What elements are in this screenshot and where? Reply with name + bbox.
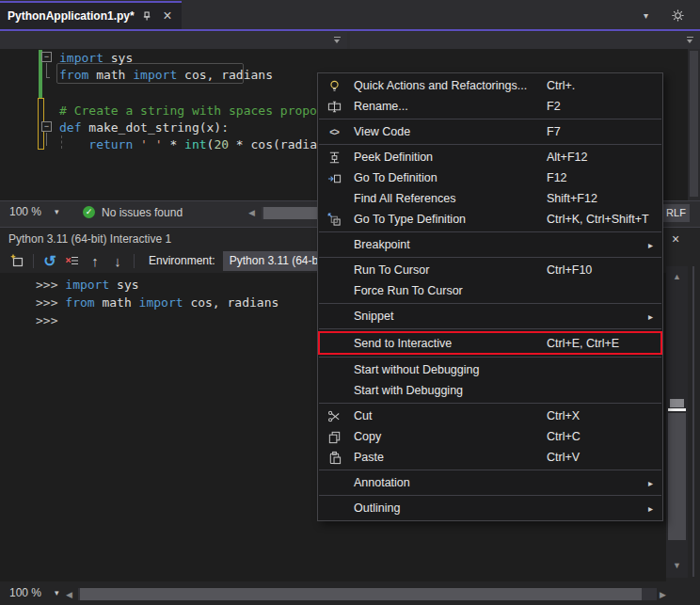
menu-item-find-all-references[interactable]: Find All References Shift+F12: [318, 188, 662, 209]
new-interactive-window-button[interactable]: [6, 251, 28, 270]
menu-item-view-code[interactable]: <> View Code F7: [318, 121, 662, 142]
menu-separator: [319, 357, 661, 358]
panel-title: Python 3.11 (64-bit) Interactive 1: [8, 232, 171, 246]
submenu-arrow-icon: ▸: [648, 240, 653, 250]
paste-icon: [325, 450, 343, 465]
toolbar-separator: [134, 254, 135, 268]
menu-separator: [319, 328, 661, 329]
context-menu: Quick Actions and Refactorings... Ctrl+.…: [317, 72, 663, 521]
scroll-left-icon[interactable]: ◀: [248, 207, 255, 219]
panel-close-icon[interactable]: ×: [667, 231, 684, 247]
menu-item-annotation[interactable]: Annotation ▸: [318, 472, 662, 493]
scrollbar-marker: [670, 399, 684, 407]
panel-hscroll-track[interactable]: [78, 588, 657, 600]
app-window: PythonApplication1.py* × ▾ − − import sy…: [0, 0, 700, 605]
submenu-arrow-icon: ▸: [648, 311, 653, 322]
code-line: return ' ' * int(20 * cos(radian: [59, 135, 325, 153]
scissors-icon: [325, 408, 343, 423]
lightbulb-icon: [325, 78, 343, 93]
scrollbar-thumb[interactable]: [80, 588, 642, 600]
panel-vertical-scrollbar[interactable]: ▲ ▼: [666, 266, 688, 578]
menu-item-force-run-to-cursor[interactable]: Force Run To Cursor: [318, 280, 662, 301]
editor-zoom-selector[interactable]: 100 % ▾: [9, 205, 59, 218]
scrollbar-thumb[interactable]: [668, 413, 686, 540]
menu-item-peek-definition[interactable]: Peek Definition Alt+F12: [318, 147, 662, 167]
tab-title: PythonApplication1.py*: [8, 9, 135, 23]
combo-arrow-icon: [687, 37, 693, 43]
view-code-icon: <>: [325, 124, 343, 139]
interactive-zoom-selector[interactable]: 100 % ▾: [9, 586, 59, 599]
scroll-up-icon[interactable]: ▲: [666, 272, 688, 281]
code-line: # Create a string with spaces propo: [59, 102, 317, 119]
zoom-level: 100 %: [9, 586, 41, 599]
menu-item-snippet[interactable]: Snippet ▸: [318, 306, 662, 326]
editor-vertical-scrollbar[interactable]: [688, 49, 700, 200]
fold-collapse-box[interactable]: −: [41, 52, 52, 62]
clear-screen-button[interactable]: [61, 251, 84, 270]
fold-guide-tick: [46, 77, 50, 78]
scrollbar-thumb[interactable]: [690, 51, 698, 197]
menu-item-rename[interactable]: Rename... F2: [318, 96, 662, 117]
interactive-status-bar: 100 % ▾ ◀ ▶: [0, 581, 700, 605]
line-ending-indicator[interactable]: RLF: [662, 204, 690, 222]
scrollbar-caret-marker: [668, 408, 686, 411]
code-line: import sys: [59, 49, 133, 67]
scroll-down-icon[interactable]: ▼: [666, 561, 688, 570]
dropdown-arrow-icon: ▾: [55, 207, 59, 216]
scroll-right-icon[interactable]: ▶: [660, 589, 666, 601]
document-list-chevron-icon[interactable]: ▾: [644, 10, 648, 21]
go-to-type-definition-icon: [325, 212, 343, 227]
menu-separator: [319, 231, 661, 232]
menu-item-cut[interactable]: Cut Ctrl+X: [318, 406, 662, 426]
menu-separator: [319, 470, 661, 470]
gear-icon[interactable]: [671, 8, 685, 23]
fold-guide-line: [46, 133, 47, 146]
fold-collapse-box[interactable]: −: [41, 121, 52, 132]
menu-item-outlining[interactable]: Outlining ▸: [318, 498, 662, 518]
code-line: from math import cos, radians: [59, 66, 273, 84]
issues-status[interactable]: No issues found: [102, 206, 183, 219]
copy-icon: [325, 429, 343, 444]
dropdown-arrow-icon: ▾: [55, 588, 59, 597]
history-next-button[interactable]: ↓: [106, 251, 129, 270]
tab-close-icon[interactable]: ×: [161, 8, 174, 24]
menu-item-start-with-debugging[interactable]: Start with Debugging: [318, 380, 662, 401]
zoom-level: 100 %: [9, 205, 41, 218]
menu-item-run-to-cursor[interactable]: Run To Cursor Ctrl+F10: [318, 260, 662, 280]
menu-item-go-to-definition[interactable]: Go To Definition F12: [318, 167, 662, 188]
menu-separator: [319, 303, 661, 304]
panel-edge-line: [692, 266, 694, 577]
menu-separator: [319, 403, 661, 404]
environment-label: Environment:: [149, 254, 215, 267]
menu-separator: [319, 495, 661, 496]
toolbar-separator: [33, 254, 34, 268]
menu-item-go-to-type-definition[interactable]: Go To Type Definition Ctrl+K, Ctrl+Shift…: [318, 209, 662, 230]
menu-separator: [319, 119, 661, 119]
menu-item-start-without-debugging[interactable]: Start without Debugging: [318, 359, 662, 380]
repl-line: >>>: [36, 311, 57, 329]
check-circle-icon[interactable]: ✓: [83, 206, 95, 218]
nav-dropdown-members[interactable]: [350, 32, 700, 49]
fold-guide-line: [46, 63, 47, 77]
rename-icon: [325, 99, 343, 114]
menu-item-breakpoint[interactable]: Breakpoint ▸: [318, 234, 662, 255]
menu-separator: [319, 257, 661, 258]
submenu-arrow-icon: ▸: [648, 478, 653, 488]
menu-item-quick-actions[interactable]: Quick Actions and Refactorings... Ctrl+.: [318, 75, 662, 96]
code-line: def make_dot_string(x):: [59, 119, 229, 136]
accent-divider: [0, 29, 700, 31]
menu-item-send-to-interactive[interactable]: Send to Interactive Ctrl+E, Ctrl+E: [318, 331, 662, 355]
document-tab[interactable]: PythonApplication1.py* ×: [0, 1, 182, 29]
menu-item-copy[interactable]: Copy Ctrl+C: [318, 426, 662, 447]
peek-definition-icon: [325, 150, 343, 165]
nav-dropdown-types[interactable]: [0, 32, 347, 49]
menu-item-paste[interactable]: Paste Ctrl+V: [318, 447, 662, 468]
repl-line: >>> from math import cos, radians: [36, 294, 278, 311]
scroll-left-icon[interactable]: ◀: [66, 589, 72, 601]
menu-separator: [319, 144, 661, 145]
pin-icon[interactable]: [141, 8, 154, 24]
history-previous-button[interactable]: ↑: [84, 251, 106, 270]
go-to-definition-icon: [325, 170, 343, 185]
reset-repl-button[interactable]: ↺: [39, 251, 61, 270]
submenu-arrow-icon: ▸: [648, 503, 653, 514]
